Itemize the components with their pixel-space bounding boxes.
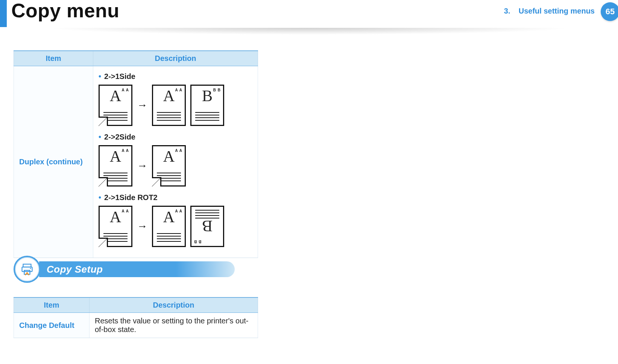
option-2to1side-rot2: •2->1Side ROT2 AA A → AA A BB B [99, 193, 252, 247]
table-header-row: Item Description [14, 297, 258, 313]
page-A-front-icon: AA A [99, 206, 132, 247]
chapter-title: Useful setting menus [519, 7, 595, 15]
row-item-change-default: Change Default [14, 313, 90, 338]
col-description: Description [93, 51, 258, 66]
chapter-label: 3. Useful setting menus [504, 7, 595, 15]
page-number-badge: 65 [601, 2, 618, 21]
chapter-number: 3. [504, 7, 510, 15]
table-header-row: Item Description [14, 51, 258, 66]
arrow-icon: → [137, 160, 147, 172]
section-title-bar: Copy Setup [39, 261, 235, 277]
page-A-front-icon: AA A [99, 85, 132, 126]
diagram-2to1side: AA A → AA A BB B [99, 85, 252, 126]
section-title: Copy Setup [47, 264, 103, 275]
bullet-icon: • [99, 193, 101, 202]
row-item-duplex: Duplex (continue) [14, 66, 93, 258]
page-B-icon: BB B [190, 85, 224, 126]
col-description: Description [90, 297, 258, 313]
table-row: Change Default Resets the value or setti… [14, 313, 258, 338]
option-list: •2->1Side AA A → AA A BB B •2->2Side [99, 72, 252, 247]
option-label: 2->2Side [104, 133, 135, 141]
document-page: Copy menu 3. Useful setting menus 65 Ite… [0, 0, 618, 364]
header-shadow [0, 28, 618, 38]
page-A-front-icon: AA A [152, 145, 186, 187]
printer-icon [14, 256, 41, 283]
section-copy-setup: Copy Setup [14, 256, 235, 283]
diagram-2to2side: AA A → AA A [99, 145, 252, 187]
table-row: Duplex (continue) •2->1Side AA A → AA A … [14, 66, 258, 258]
bullet-icon: • [99, 72, 101, 80]
page-A-icon: AA A [152, 206, 186, 247]
page-B-rotated-icon: BB B [190, 206, 224, 247]
option-2to1side: •2->1Side AA A → AA A BB B [99, 72, 252, 126]
copy-setup-table: Item Description Change Default Resets t… [14, 297, 258, 338]
header-accent-bar [0, 0, 7, 27]
option-label: 2->1Side ROT2 [104, 193, 158, 202]
page-A-front-icon: AA A [99, 145, 132, 187]
arrow-icon: → [137, 220, 147, 232]
duplex-table: Item Description Duplex (continue) •2->1… [14, 50, 258, 258]
col-item: Item [14, 51, 93, 66]
printer-svg-icon [20, 262, 34, 276]
page-title: Copy menu [11, 0, 120, 22]
row-desc-change-default: Resets the value or setting to the print… [90, 313, 258, 338]
svg-point-3 [30, 268, 31, 269]
option-label: 2->1Side [104, 72, 135, 80]
page-icon-source: AA A [99, 85, 132, 126]
page-A-icon: AA A [152, 85, 186, 126]
option-2to2side: •2->2Side AA A → AA A [99, 133, 252, 187]
svg-rect-1 [22, 267, 32, 271]
diagram-2to1side-rot2: AA A → AA A BB B [99, 206, 252, 247]
col-item: Item [14, 297, 90, 313]
arrow-icon: → [137, 99, 147, 111]
row-desc-duplex: •2->1Side AA A → AA A BB B •2->2Side [93, 66, 258, 258]
bullet-icon: • [99, 133, 101, 141]
